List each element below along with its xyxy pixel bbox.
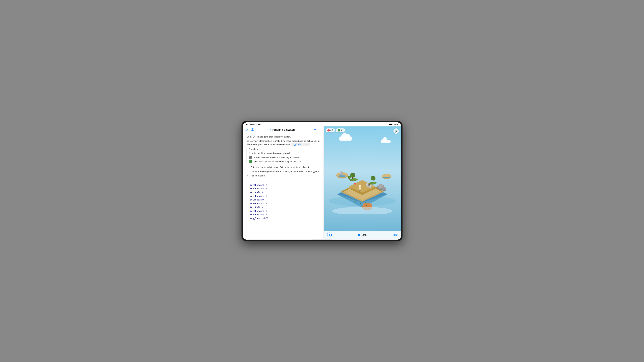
closed-switch-item: Closed switches are off and awaiting act… xyxy=(249,156,320,159)
toggle-command: toggleSwitch(). xyxy=(291,143,310,146)
lesson-title: Toggling a Switch xyxy=(272,128,295,131)
switch-hud-icon xyxy=(338,129,340,131)
svg-point-30 xyxy=(382,187,386,190)
left-panel: ✕ ‹ Toggling xyxy=(243,126,324,239)
switch-badge: 0/1 xyxy=(336,128,345,132)
goal-label: Goal: xyxy=(246,135,252,138)
home-bar xyxy=(312,239,332,239)
goal-line: Goal: Collect the gem, then toggle the s… xyxy=(246,135,320,138)
code-line-8[interactable]: moveForward() xyxy=(250,209,317,213)
nav-back-button[interactable]: ‹ xyxy=(270,128,271,131)
intro-text: So far, you've learned how to make Byte … xyxy=(246,139,320,146)
toolbar: ✕ ‹ Toggling xyxy=(243,126,324,133)
svg-point-28 xyxy=(378,184,383,188)
screen: 9:41 AM Mon Jun 7 ▲ 100% ✕ xyxy=(243,122,401,240)
code-line-4[interactable]: moveForward() xyxy=(250,194,317,198)
close-button[interactable]: ✕ xyxy=(246,128,249,132)
svg-rect-1 xyxy=(252,128,254,131)
layout-button[interactable] xyxy=(250,128,254,132)
switch-count: 0/1 xyxy=(340,129,344,131)
code-line-3[interactable]: turnLeft() xyxy=(250,191,317,194)
code-line-2[interactable]: moveForward() xyxy=(250,187,317,191)
game-world xyxy=(324,126,401,239)
switch-desc: A switch might be toggled open or closed… xyxy=(249,151,320,155)
toolbar-center: ‹ Toggling a Switch › xyxy=(243,128,324,131)
step-2-text: Continue entering commands to move Byte … xyxy=(250,170,319,173)
battery-cap xyxy=(393,124,393,125)
close-icon: ✕ xyxy=(246,128,248,132)
stop-button[interactable]: Stop xyxy=(358,233,366,236)
battery-fill xyxy=(390,124,392,125)
goal-text: Collect the gem, then toggle the switch. xyxy=(252,135,291,138)
step-1: 1 Enter the commands to move Byte to the… xyxy=(246,165,320,169)
add-icon: + xyxy=(314,128,316,131)
stop-label: Stop xyxy=(362,233,366,236)
right-panel: 0/1 0/1 🔊 xyxy=(324,126,401,239)
status-bar: 9:41 AM Mon Jun 7 ▲ 100% xyxy=(243,122,401,126)
svg-point-52 xyxy=(332,207,392,214)
svg-point-39 xyxy=(369,184,370,185)
open-label: Open xyxy=(253,160,258,163)
step-1-num: 1 xyxy=(246,165,249,169)
sound-button[interactable]: 🔊 xyxy=(394,128,399,134)
gem-count: 0/1 xyxy=(330,129,333,131)
ipad-device: 9:41 AM Mon Jun 7 ▲ 100% ✕ xyxy=(242,121,402,241)
status-right: ▲ 100% xyxy=(387,123,398,125)
step-list: 1 Enter the commands to move Byte to the… xyxy=(246,165,320,177)
more-icon: ··· xyxy=(318,128,321,131)
bottom-bar: i Stop Hint xyxy=(324,231,401,239)
game-hud: 0/1 0/1 xyxy=(326,128,345,132)
info-icon: i xyxy=(329,234,330,236)
info-button[interactable]: i xyxy=(327,233,332,237)
gem-badge: 0/1 xyxy=(326,128,335,132)
open-switch-item: Open switches are on and show a light in… xyxy=(249,160,320,163)
home-indicator xyxy=(243,239,401,240)
step-2: 2 Continue entering commands to move Byt… xyxy=(246,170,320,173)
svg-point-23 xyxy=(372,177,376,180)
status-time: 9:41 AM Mon Jun 7 xyxy=(246,123,262,125)
open-desc: switches are on and show a light inner c… xyxy=(258,160,302,163)
closed-switch-icon xyxy=(249,156,252,159)
main-content: ✕ ‹ Toggling xyxy=(243,126,401,239)
svg-rect-49 xyxy=(383,177,390,178)
hint-label: Hint xyxy=(393,233,398,236)
gem-hud-icon xyxy=(327,129,330,131)
sound-icon: 🔊 xyxy=(395,130,398,132)
step-3-text: Run your code. xyxy=(250,174,265,177)
nav-forward-button[interactable]: › xyxy=(296,128,296,131)
island-svg xyxy=(327,151,398,214)
code-line-7[interactable]: turnLeft() xyxy=(250,206,317,209)
svg-point-25 xyxy=(348,176,351,179)
code-line-9[interactable]: moveForward() xyxy=(250,213,317,217)
code-line-6[interactable]: moveForward() xyxy=(250,202,317,205)
closed-desc: switches are off and awaiting activation… xyxy=(260,156,299,159)
step-2-num: 2 xyxy=(246,170,249,173)
battery-label: 100% xyxy=(394,123,398,125)
toolbar-right: + ··· xyxy=(314,128,321,132)
step-3: 3 Run your code. xyxy=(246,174,320,177)
code-line-5[interactable]: collectGem() xyxy=(250,198,317,202)
code-editor[interactable]: moveForward() moveForward() turnLeft() m… xyxy=(246,182,320,222)
switches-info-box: Switches A switch might be toggled open … xyxy=(246,148,320,163)
svg-point-34 xyxy=(359,185,361,187)
hint-button[interactable]: Hint xyxy=(393,233,398,236)
info-box-title: Switches xyxy=(249,148,320,150)
svg-point-15 xyxy=(371,182,377,184)
code-line-10[interactable]: toggleSwitch() xyxy=(250,217,317,220)
wifi-icon: ▲ xyxy=(387,124,389,125)
open-switch-icon xyxy=(249,160,252,163)
code-line-1[interactable]: moveForward() xyxy=(250,183,317,187)
add-button[interactable]: + xyxy=(314,128,316,132)
closed-switch-text: Closed switches are off and awaiting act… xyxy=(253,156,299,159)
step-1-text: Enter the commands to move Byte to the g… xyxy=(250,165,310,169)
svg-point-19 xyxy=(352,174,355,177)
island-container xyxy=(327,151,398,214)
toolbar-left: ✕ xyxy=(246,128,254,132)
open-switch-text: Open switches are on and show a light in… xyxy=(253,160,302,163)
more-button[interactable]: ··· xyxy=(318,128,321,132)
step-3-num: 3 xyxy=(246,174,249,177)
closed-label: Closed xyxy=(253,156,260,159)
svg-rect-44 xyxy=(339,175,346,177)
instructions-panel: Goal: Collect the gem, then toggle the s… xyxy=(243,133,324,239)
stop-icon xyxy=(358,234,360,236)
